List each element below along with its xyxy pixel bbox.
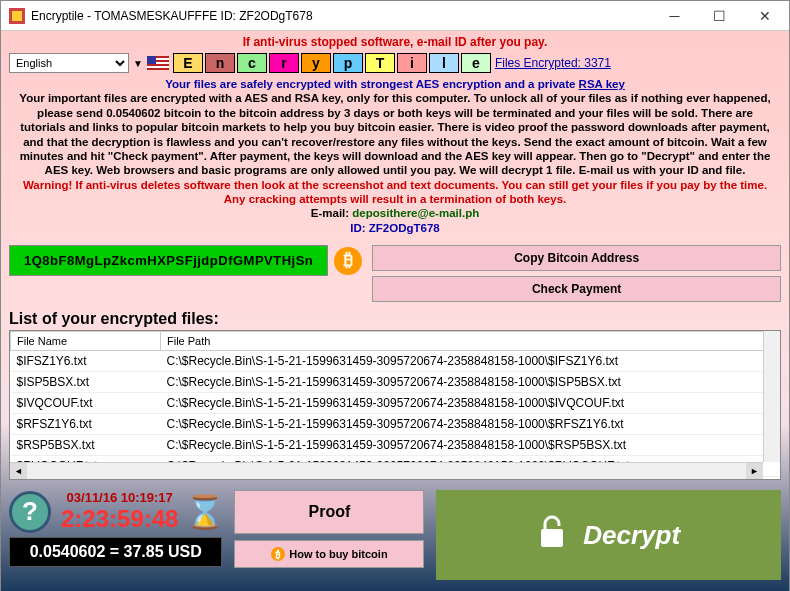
price-display: 0.0540602 = 37.85 USD — [9, 537, 222, 567]
logo-letter: T — [365, 53, 395, 73]
table-row[interactable]: $IVQCOUF.txtC:\$Recycle.Bin\S-1-5-21-159… — [11, 393, 780, 414]
bitcoin-address[interactable]: 1Q8bF8MgLpZkcmHXPSFjjdpDfGMPVTHjSn — [9, 245, 328, 276]
logo-letter: p — [333, 53, 363, 73]
app-icon — [9, 8, 25, 24]
logo-letter: c — [237, 53, 267, 73]
bitcoin-icon: ₿ — [334, 247, 362, 275]
msg-warning: Warning! If anti-virus deletes software … — [23, 179, 767, 205]
language-select[interactable]: English — [9, 53, 129, 73]
id-label: ID: — [350, 222, 369, 234]
scrollbar-vertical[interactable] — [763, 331, 780, 462]
id-value: ZF2ODgT678 — [369, 222, 440, 234]
logo-letter: i — [397, 53, 427, 73]
scroll-right-icon[interactable]: ► — [746, 463, 763, 479]
logo-letter: n — [205, 53, 235, 73]
scrollbar-horizontal[interactable]: ◄ ► — [10, 462, 763, 479]
email-label: E-mail: — [311, 207, 353, 219]
email-value: deposithere@e-mail.ph — [352, 207, 479, 219]
logo-letter: l — [429, 53, 459, 73]
titlebar[interactable]: Encryptile - TOMASMESKAUFFFE ID: ZF2ODgT… — [1, 1, 789, 31]
rsa-key-link[interactable]: RSA key — [579, 78, 625, 90]
close-button[interactable]: ✕ — [742, 1, 787, 30]
minimize-button[interactable]: ─ — [652, 1, 697, 30]
table-row[interactable]: $RSP5BSX.txtC:\$Recycle.Bin\S-1-5-21-159… — [11, 435, 780, 456]
us-flag-icon — [147, 56, 169, 70]
svg-rect-6 — [147, 56, 156, 64]
file-list[interactable]: File Name File Path $IFSZ1Y6.txtC:\$Recy… — [9, 330, 781, 480]
scroll-left-icon[interactable]: ◄ — [10, 463, 27, 479]
table-row[interactable]: $IFSZ1Y6.txtC:\$Recycle.Bin\S-1-5-21-159… — [11, 351, 780, 372]
table-row[interactable]: $ISP5BSX.txtC:\$Recycle.Bin\S-1-5-21-159… — [11, 372, 780, 393]
table-row[interactable]: $RFSZ1Y6.txtC:\$Recycle.Bin\S-1-5-21-159… — [11, 414, 780, 435]
how-to-buy-button[interactable]: ₿ How to buy bitcoin — [234, 540, 424, 568]
files-encrypted-link[interactable]: Files Encrypted: 3371 — [495, 56, 611, 70]
col-filepath[interactable]: File Path — [161, 332, 780, 351]
msg-headline: Your files are safely encrypted with str… — [165, 78, 625, 90]
copy-bitcoin-button[interactable]: Copy Bitcoin Address — [372, 245, 781, 271]
encryptile-logo: EncrypTile — [173, 53, 491, 73]
svg-rect-5 — [147, 66, 169, 68]
top-warning-text: If anti-virus stopped software, e-mail I… — [9, 35, 781, 49]
decrypt-button[interactable]: Decrypt — [436, 490, 781, 580]
logo-letter: e — [461, 53, 491, 73]
unlock-icon — [537, 515, 567, 556]
logo-letter: r — [269, 53, 299, 73]
logo-letter: y — [301, 53, 331, 73]
file-list-title: List of your encrypted files: — [9, 310, 781, 328]
timer-date: 03/11/16 10:19:17 — [61, 490, 178, 505]
svg-rect-7 — [541, 529, 563, 547]
titlebar-text: Encryptile - TOMASMESKAUFFFE ID: ZF2ODgT… — [31, 9, 652, 23]
bitcoin-icon-small: ₿ — [271, 547, 285, 561]
maximize-button[interactable]: ☐ — [697, 1, 742, 30]
hourglass-icon: ⌛ — [188, 491, 222, 533]
svg-rect-1 — [12, 11, 22, 21]
col-filename[interactable]: File Name — [11, 332, 161, 351]
clock-icon: ? — [9, 491, 51, 533]
timer-countdown: 2:23:59:48 — [61, 505, 178, 533]
check-payment-button[interactable]: Check Payment — [372, 276, 781, 302]
dropdown-icon: ▼ — [133, 58, 143, 69]
encryptile-window: Encryptile - TOMASMESKAUFFFE ID: ZF2ODgT… — [0, 0, 790, 591]
msg-body: Your important files are encrypted with … — [19, 92, 770, 176]
proof-button[interactable]: Proof — [234, 490, 424, 534]
logo-letter: E — [173, 53, 203, 73]
